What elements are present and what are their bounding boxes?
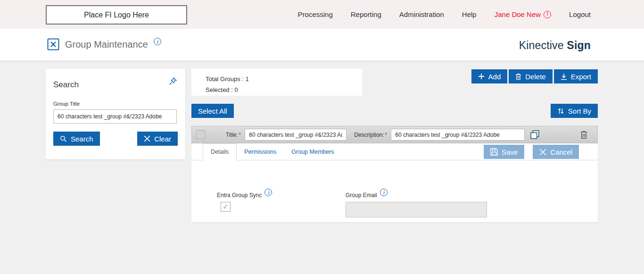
entra-group-sync-label-group: Entra Group Sync i [217, 191, 272, 199]
page-title-group: Group Maintenance i [47, 38, 161, 50]
entra-group-sync-checkbox[interactable]: ✓ [221, 202, 231, 212]
selected-count-text: Selected : 0 [206, 84, 362, 95]
total-groups-text: Total Groups : 1 [206, 74, 362, 84]
delete-button-label: Delete [525, 73, 545, 81]
entra-checkbox-checkmark: ✓ [223, 202, 229, 211]
fi-logo-placeholder: Place FI Logo Here [46, 5, 187, 25]
tab-action-buttons: Save Cancel [484, 145, 579, 159]
nav-reporting[interactable]: Reporting [351, 10, 381, 18]
title-label: Title:* [226, 132, 241, 138]
summary-card: Total Groups : 1 Selected : 0 [191, 69, 362, 96]
nav-administration[interactable]: Administration [399, 10, 444, 18]
group-row: Title:* Description:* [191, 126, 598, 143]
group-email-input [346, 202, 487, 217]
download-icon [561, 73, 567, 80]
main-content: Search Group Title Search C [0, 61, 644, 274]
entra-group-sync-info-icon[interactable]: i [264, 189, 272, 196]
page-title-info-icon[interactable]: i [154, 38, 161, 45]
title-required-marker: * [239, 132, 241, 138]
plus-icon [478, 73, 485, 80]
user-name-label: Jane Doe New [495, 10, 541, 18]
details-tab-content: Entra Group Sync i ✓ Group Email i [191, 160, 598, 222]
cancel-button-label: Cancel [550, 148, 572, 156]
group-email-label-group: Group Email i [346, 191, 388, 199]
page: Place FI Logo Here Processing Reporting … [0, 0, 644, 274]
pin-icon[interactable] [168, 76, 178, 86]
clear-x-icon [144, 135, 150, 142]
nav-logout[interactable]: Logout [569, 10, 591, 18]
tab-group-members[interactable]: Group Members [284, 144, 341, 160]
search-panel: Search Group Title Search C [46, 69, 185, 159]
brand-logo: Kinective Sign [519, 39, 591, 52]
search-button-label: Search [71, 135, 93, 143]
search-button[interactable]: Search [53, 132, 100, 146]
brand-bold: Sign [567, 39, 591, 51]
top-navigation: Processing Reporting Administration Help… [298, 0, 591, 29]
nav-user-menu[interactable]: Jane Doe New ! [495, 10, 551, 18]
title-input[interactable] [245, 129, 347, 141]
select-all-label: Select All [198, 107, 227, 115]
sub-header-bar: Group Maintenance i Kinective Sign [0, 29, 644, 61]
search-icon [60, 135, 67, 142]
add-button-label: Add [488, 73, 501, 81]
user-alert-icon: ! [544, 11, 551, 18]
sort-by-button[interactable]: Sort By [551, 104, 598, 118]
nav-processing[interactable]: Processing [298, 10, 333, 18]
tab-bar: Details Permissions Group Members Save [191, 143, 598, 160]
select-all-button[interactable]: Select All [191, 104, 234, 118]
group-title-search-input[interactable] [53, 109, 177, 124]
clear-button[interactable]: Clear [137, 132, 178, 146]
clear-button-label: Clear [154, 135, 171, 143]
export-button[interactable]: Export [554, 69, 598, 83]
entra-group-sync-label: Entra Group Sync [217, 192, 262, 199]
row-checkbox[interactable] [196, 130, 205, 139]
sort-arrows-icon [557, 108, 564, 115]
group-email-info-icon[interactable]: i [380, 189, 388, 196]
description-input[interactable] [391, 129, 525, 141]
page-title: Group Maintenance [65, 39, 148, 50]
group-maintenance-icon [47, 38, 59, 50]
nav-help[interactable]: Help [462, 10, 477, 18]
search-panel-title: Search [53, 80, 79, 90]
group-detail-panel: Details Permissions Group Members Save [191, 143, 598, 222]
top-action-buttons: Add Delete Export [471, 69, 598, 83]
description-required-marker: * [385, 132, 388, 138]
tab-details[interactable]: Details [203, 143, 237, 160]
export-button-label: Export [571, 73, 591, 81]
group-email-label: Group Email [346, 192, 377, 199]
top-header-bar: Place FI Logo Here Processing Reporting … [0, 0, 644, 29]
save-button-label: Save [502, 148, 518, 156]
brand-regular: Kinective [519, 39, 564, 51]
delete-button[interactable]: Delete [509, 69, 552, 83]
tab-permissions[interactable]: Permissions [237, 144, 284, 160]
fi-logo-text: Place FI Logo Here [84, 11, 149, 19]
save-button[interactable]: Save [484, 145, 524, 159]
description-label: Description:* [354, 132, 387, 138]
add-button[interactable]: Add [471, 69, 508, 83]
cancel-button[interactable]: Cancel [533, 145, 579, 159]
trash-icon [515, 73, 521, 80]
group-title-label: Group Title [53, 101, 178, 107]
save-disk-icon [490, 148, 498, 156]
cancel-x-icon [539, 149, 546, 156]
copy-icon[interactable] [529, 129, 540, 140]
row-trash-icon[interactable] [580, 130, 588, 139]
sort-by-label: Sort By [568, 107, 591, 115]
